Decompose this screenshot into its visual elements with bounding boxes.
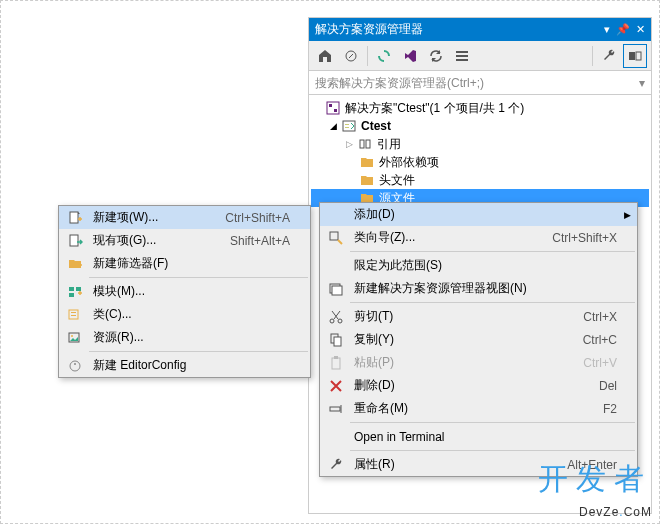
menu-terminal[interactable]: Open in Terminal	[320, 425, 637, 448]
svg-point-17	[330, 319, 334, 323]
svg-rect-14	[330, 232, 338, 240]
svg-rect-8	[334, 109, 337, 112]
menu-scope[interactable]: 限定为此范围(S)	[320, 254, 637, 277]
svg-rect-31	[71, 315, 76, 316]
class-icon	[63, 307, 87, 323]
svg-rect-20	[334, 337, 341, 346]
dropdown-icon[interactable]: ▾	[604, 18, 610, 41]
svg-point-33	[71, 335, 73, 337]
nav-dropdown-button[interactable]	[339, 44, 363, 68]
menu-paste-shortcut: Ctrl+V	[583, 356, 617, 370]
menu-terminal-label: Open in Terminal	[348, 430, 617, 444]
submenu-new-item-shortcut: Ctrl+Shift+A	[225, 211, 290, 225]
svg-rect-11	[345, 127, 349, 128]
submenu-new-item[interactable]: 新建项(W)... Ctrl+Shift+A	[59, 206, 310, 229]
existing-item-icon	[63, 233, 87, 249]
submenu-module[interactable]: 模块(M)...	[59, 280, 310, 303]
menu-delete-label: 删除(D)	[348, 377, 599, 394]
submenu-new-filter[interactable]: 新建筛选器(F)	[59, 252, 310, 275]
solution-icon	[325, 100, 341, 116]
svg-rect-6	[327, 102, 339, 114]
folder-icon	[359, 172, 375, 188]
editorconfig-icon	[63, 358, 87, 374]
svg-rect-10	[345, 124, 349, 125]
submenu-module-label: 模块(M)...	[87, 283, 290, 300]
svg-rect-21	[332, 358, 340, 369]
menu-delete[interactable]: 删除(D) Del	[320, 374, 637, 397]
search-input[interactable]	[315, 76, 639, 90]
svg-rect-7	[329, 104, 332, 107]
panel-title: 解决方案资源管理器	[315, 18, 604, 41]
menu-paste-label: 粘贴(P)	[348, 354, 583, 371]
external-deps-node[interactable]: 外部依赖项	[311, 153, 649, 171]
submenu-new-item-label: 新建项(W)...	[87, 209, 225, 226]
expander-open-icon[interactable]: ◢	[327, 120, 339, 132]
context-menu: 添加(D) ▶ 类向导(Z)... Ctrl+Shift+X 限定为此范围(S)…	[319, 202, 638, 477]
submenu-resource[interactable]: 资源(R)...	[59, 326, 310, 349]
search-dropdown-icon[interactable]: ▾	[639, 76, 645, 90]
submenu-existing-item[interactable]: 现有项(G)... Shift+Alt+A	[59, 229, 310, 252]
pin-icon[interactable]: 📌	[616, 18, 630, 41]
submenu-class-label: 类(C)...	[87, 306, 290, 323]
delete-icon	[324, 378, 348, 394]
expander-closed-icon[interactable]: ▷	[343, 138, 355, 150]
menu-cut-shortcut: Ctrl+X	[583, 310, 617, 324]
home-button[interactable]	[313, 44, 337, 68]
menu-scope-label: 限定为此范围(S)	[348, 257, 617, 274]
submenu-existing-item-shortcut: Shift+Alt+A	[230, 234, 290, 248]
menu-add-label: 添加(D)	[348, 206, 617, 223]
wrench-button[interactable]	[597, 44, 621, 68]
menu-new-view[interactable]: 新建解决方案资源管理器视图(N)	[320, 277, 637, 300]
menu-cut[interactable]: 剪切(T) Ctrl+X	[320, 305, 637, 328]
copy-icon	[324, 332, 348, 348]
menu-properties-shortcut: Alt+Enter	[567, 458, 617, 472]
rename-icon	[324, 401, 348, 417]
add-submenu: 新建项(W)... Ctrl+Shift+A 现有项(G)... Shift+A…	[58, 205, 311, 378]
menu-class-wizard-label: 类向导(Z)...	[348, 229, 552, 246]
menu-class-wizard[interactable]: 类向导(Z)... Ctrl+Shift+X	[320, 226, 637, 249]
headers-node[interactable]: 头文件	[311, 171, 649, 189]
menu-rename-shortcut: F2	[603, 402, 617, 416]
folder-icon	[359, 154, 375, 170]
refresh-button[interactable]	[424, 44, 448, 68]
menu-copy-label: 复制(Y)	[348, 331, 583, 348]
references-icon	[357, 136, 373, 152]
mode-button[interactable]	[623, 44, 647, 68]
chevron-down-icon[interactable]	[311, 102, 323, 114]
search-box[interactable]: ▾	[309, 71, 651, 95]
vs-button[interactable]	[398, 44, 422, 68]
menu-copy[interactable]: 复制(Y) Ctrl+C	[320, 328, 637, 351]
sync-button[interactable]	[372, 44, 396, 68]
menu-rename-label: 重命名(M)	[348, 400, 603, 417]
panel-toolbar	[309, 41, 651, 71]
svg-rect-26	[69, 287, 74, 291]
submenu-editorconfig-label: 新建 EditorConfig	[87, 357, 290, 374]
svg-rect-9	[343, 121, 355, 131]
submenu-editorconfig[interactable]: 新建 EditorConfig	[59, 354, 310, 377]
new-item-icon	[63, 210, 87, 226]
wrench-icon	[324, 457, 348, 473]
menu-cut-label: 剪切(T)	[348, 308, 583, 325]
menu-class-wizard-shortcut: Ctrl+Shift+X	[552, 231, 617, 245]
close-icon[interactable]: ✕	[636, 18, 645, 41]
menu-paste: 粘贴(P) Ctrl+V	[320, 351, 637, 374]
menu-new-view-label: 新建解决方案资源管理器视图(N)	[348, 280, 617, 297]
collapse-button[interactable]	[450, 44, 474, 68]
menu-properties[interactable]: 属性(R) Alt+Enter	[320, 453, 637, 476]
svg-rect-13	[366, 140, 370, 148]
svg-rect-5	[636, 52, 641, 60]
menu-properties-label: 属性(R)	[348, 456, 567, 473]
svg-rect-22	[334, 356, 338, 359]
project-node[interactable]: ◢ Ctest	[311, 117, 649, 135]
menu-rename[interactable]: 重命名(M) F2	[320, 397, 637, 420]
resource-icon	[63, 330, 87, 346]
svg-rect-29	[69, 310, 78, 319]
svg-rect-2	[456, 55, 468, 57]
class-wizard-icon	[324, 230, 348, 246]
new-view-icon	[324, 281, 348, 297]
solution-node[interactable]: 解决方案"Ctest"(1 个项目/共 1 个)	[311, 99, 649, 117]
references-label: 引用	[377, 136, 645, 153]
submenu-class[interactable]: 类(C)...	[59, 303, 310, 326]
menu-add[interactable]: 添加(D) ▶	[320, 203, 637, 226]
references-node[interactable]: ▷ 引用	[311, 135, 649, 153]
